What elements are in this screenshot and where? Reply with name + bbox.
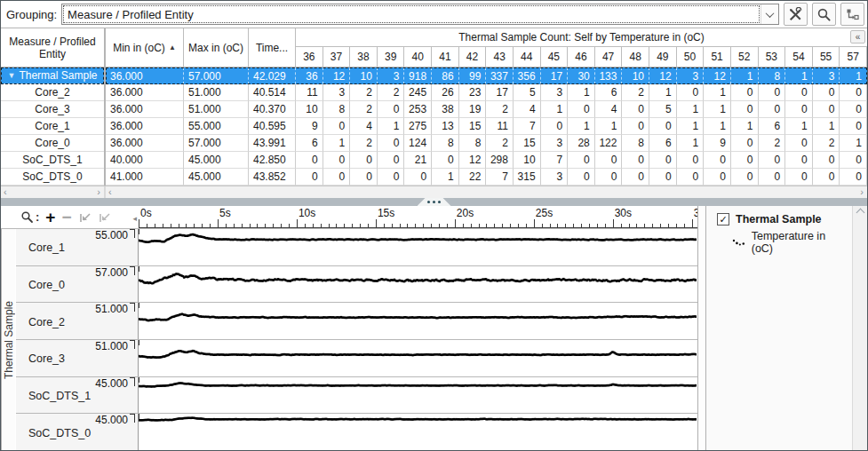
count-cell-53[interactable]: 0 bbox=[759, 101, 786, 118]
count-cell-53[interactable]: 2 bbox=[759, 135, 786, 152]
count-cell-48[interactable]: 0 bbox=[622, 169, 649, 186]
count-cell-52[interactable]: 1 bbox=[731, 118, 759, 135]
count-cell-38[interactable]: 2 bbox=[350, 84, 378, 101]
count-cell-37[interactable]: 0 bbox=[323, 152, 351, 169]
count-cell-36[interactable]: 0 bbox=[296, 152, 323, 169]
count-cell-38[interactable]: 2 bbox=[350, 101, 378, 118]
count-cell-46[interactable]: 1 bbox=[568, 118, 595, 135]
count-cell-36[interactable]: 36 bbox=[296, 67, 323, 84]
count-cell-37[interactable]: 3 bbox=[323, 84, 351, 101]
count-cell-47[interactable]: 1 bbox=[595, 118, 623, 135]
count-cell-52[interactable]: 0 bbox=[731, 84, 759, 101]
count-cell-39[interactable]: 0 bbox=[378, 169, 405, 186]
time-cell[interactable]: 40.595 bbox=[249, 118, 296, 135]
count-cell-54[interactable]: 0 bbox=[785, 135, 813, 152]
table-row-Core_2[interactable]: 36.00051.00040.5141132224526231753162101… bbox=[106, 84, 867, 101]
count-cell-42[interactable]: 12 bbox=[459, 152, 487, 169]
max-cell[interactable]: 45.000 bbox=[184, 169, 249, 186]
table-row-SoC_DTS_1[interactable]: 40.00045.00042.8500000210122981070000000… bbox=[106, 152, 867, 169]
band-label-Core_2[interactable]: 51.000Core_2 bbox=[16, 303, 139, 339]
count-cell-55[interactable]: 0 bbox=[813, 101, 840, 118]
count-cell-52[interactable]: 0 bbox=[731, 135, 759, 152]
count-cell-55[interactable]: 3 bbox=[813, 67, 840, 84]
bucket-column-header-39[interactable]: 39 bbox=[378, 47, 405, 67]
count-cell-49[interactable]: 1 bbox=[649, 84, 677, 101]
scroll-right-icon[interactable]: › bbox=[97, 186, 100, 197]
entity-cell-SoC_DTS_0[interactable]: SoC_DTS_0 bbox=[1, 169, 104, 186]
max-cell[interactable]: 45.000 bbox=[184, 152, 249, 169]
count-cell-55[interactable]: 1 bbox=[813, 118, 840, 135]
time-cell[interactable]: 43.852 bbox=[249, 169, 296, 186]
count-cell-41[interactable]: 86 bbox=[432, 67, 459, 84]
zoom-out-button[interactable]: − bbox=[61, 210, 71, 226]
count-cell-48[interactable]: 10 bbox=[622, 67, 649, 84]
bucket-column-header-50[interactable]: 50 bbox=[677, 47, 705, 67]
min-cell[interactable]: 36.000 bbox=[106, 101, 184, 118]
count-cell-44[interactable]: 10 bbox=[514, 152, 541, 169]
band-plot-Core_0[interactable] bbox=[139, 266, 697, 303]
band-label-Core_0[interactable]: 57.000Core_0 bbox=[16, 266, 139, 303]
count-cell-46[interactable]: 30 bbox=[568, 67, 595, 84]
band-plot-Core_2[interactable] bbox=[139, 303, 697, 339]
entity-cell-SoC_DTS_1[interactable]: SoC_DTS_1 bbox=[1, 152, 104, 169]
zoom-in-button[interactable]: + bbox=[45, 210, 55, 226]
band-plot-Core_1[interactable] bbox=[139, 229, 697, 265]
count-cell-48[interactable]: 0 bbox=[622, 101, 649, 118]
min-cell[interactable]: 36.000 bbox=[106, 84, 184, 101]
count-cell-57[interactable]: 1 bbox=[840, 135, 867, 152]
count-cell-54[interactable]: 0 bbox=[785, 169, 813, 186]
bucket-column-header-55[interactable]: 55 bbox=[813, 47, 840, 67]
count-cell-57[interactable]: 0 bbox=[840, 169, 867, 186]
table-row-Core_3[interactable]: 36.00051.00040.3701082025338192410405110… bbox=[106, 101, 867, 118]
band-label-SoC_DTS_1[interactable]: 45.000SoC_DTS_1 bbox=[16, 377, 139, 414]
count-cell-47[interactable]: 0 bbox=[595, 169, 623, 186]
bucket-column-header-40[interactable]: 40 bbox=[404, 47, 432, 67]
count-cell-46[interactable]: 0 bbox=[568, 169, 595, 186]
count-cell-47[interactable]: 0 bbox=[595, 152, 623, 169]
count-cell-55[interactable]: 0 bbox=[813, 152, 840, 169]
count-cell-49[interactable]: 0 bbox=[649, 169, 677, 186]
count-cell-48[interactable]: 0 bbox=[622, 152, 649, 169]
count-cell-53[interactable]: 8 bbox=[759, 67, 786, 84]
table-row-Core_0[interactable]: 36.00057.00043.9916120124882153281228619… bbox=[106, 135, 867, 152]
count-cell-44[interactable]: 4 bbox=[514, 101, 541, 118]
count-cell-48[interactable]: 2 bbox=[622, 84, 649, 101]
bucket-column-header-36[interactable]: 36 bbox=[296, 47, 323, 67]
count-cell-50[interactable]: 1 bbox=[677, 135, 705, 152]
count-cell-36[interactable]: 6 bbox=[296, 135, 323, 152]
entity-cell-Core_1[interactable]: Core_1 bbox=[1, 118, 104, 135]
count-cell-57[interactable]: 0 bbox=[840, 152, 867, 169]
count-cell-40[interactable]: 918 bbox=[404, 67, 432, 84]
min-cell[interactable]: 36.000 bbox=[106, 67, 184, 84]
time-cell[interactable]: 40.514 bbox=[249, 84, 296, 101]
count-cell-42[interactable]: 15 bbox=[459, 118, 487, 135]
count-cell-40[interactable]: 0 bbox=[404, 169, 432, 186]
count-cell-54[interactable]: 1 bbox=[785, 118, 813, 135]
count-cell-55[interactable]: 0 bbox=[813, 84, 840, 101]
count-cell-36[interactable]: 10 bbox=[296, 101, 323, 118]
count-cell-41[interactable]: 26 bbox=[432, 84, 459, 101]
count-cell-39[interactable]: 0 bbox=[378, 152, 405, 169]
count-cell-36[interactable]: 0 bbox=[296, 169, 323, 186]
bucket-column-header-49[interactable]: 49 bbox=[649, 47, 677, 67]
count-cell-44[interactable]: 315 bbox=[514, 169, 541, 186]
zoom-icon[interactable] bbox=[20, 210, 34, 224]
count-cell-38[interactable]: 2 bbox=[350, 135, 378, 152]
bucket-column-header-38[interactable]: 38 bbox=[350, 47, 378, 67]
count-cell-43[interactable]: 2 bbox=[486, 101, 514, 118]
count-cell-44[interactable]: 5 bbox=[514, 84, 541, 101]
zoom-redo-icon[interactable] bbox=[98, 211, 111, 224]
count-cell-45[interactable]: 3 bbox=[541, 135, 569, 152]
count-cell-37[interactable]: 0 bbox=[323, 118, 351, 135]
count-cell-37[interactable]: 0 bbox=[323, 169, 351, 186]
count-cell-39[interactable]: 2 bbox=[378, 84, 405, 101]
count-cell-45[interactable]: 17 bbox=[541, 67, 569, 84]
collapse-columns-button[interactable]: « bbox=[850, 30, 865, 44]
count-cell-44[interactable]: 15 bbox=[514, 135, 541, 152]
legend-checkbox[interactable]: ✓ bbox=[717, 213, 729, 226]
count-cell-53[interactable]: 0 bbox=[759, 152, 786, 169]
count-cell-54[interactable]: 0 bbox=[785, 101, 813, 118]
count-cell-47[interactable]: 6 bbox=[595, 84, 623, 101]
count-cell-41[interactable]: 13 bbox=[432, 118, 459, 135]
bucket-group-header[interactable]: Thermal Sample Count: Self by Temperatur… bbox=[296, 28, 867, 47]
